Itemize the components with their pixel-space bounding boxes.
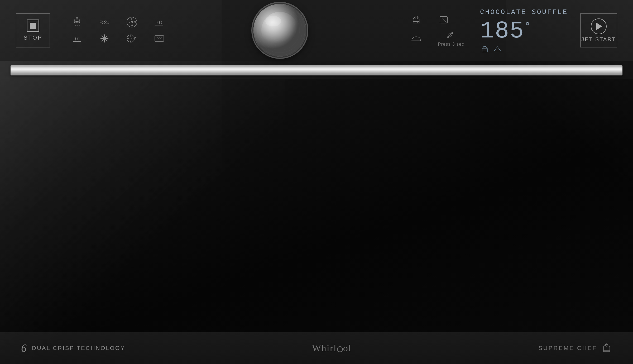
right-cooking-icons: Press 3 sec <box>410 14 464 47</box>
steam-icon[interactable] <box>154 16 165 28</box>
handle-bar[interactable] <box>11 65 622 75</box>
glass-door <box>0 79 633 332</box>
lock-icon <box>480 45 490 52</box>
defrost-icon[interactable] <box>99 33 110 44</box>
six-badge: 6 <box>21 342 27 355</box>
temperature-value: 185 <box>480 18 524 45</box>
svg-point-10 <box>130 38 131 39</box>
fan-icon[interactable] <box>126 16 138 28</box>
micro-grill-icon[interactable] <box>154 33 165 44</box>
supreme-chef-label: SUPREME CHEF <box>538 345 597 352</box>
svg-point-17 <box>269 20 290 41</box>
supreme-chef-icon <box>601 343 612 353</box>
temperature-knob[interactable] <box>253 4 306 57</box>
oven-body: STOP <box>0 0 633 364</box>
knob-container <box>165 4 395 57</box>
jet-start-icon <box>591 18 607 34</box>
dual-crisp-label: DUAL CRISP TECHNOLOGY <box>32 345 125 352</box>
toast-icon[interactable] <box>438 14 449 26</box>
degree-symbol: ° <box>524 21 531 32</box>
bottom-center: Whirlol <box>312 343 352 354</box>
svg-point-2 <box>131 21 133 23</box>
svg-point-16 <box>264 15 296 46</box>
stop-icon <box>27 20 39 32</box>
right-row-2: Press 3 sec <box>410 30 464 47</box>
stop-button[interactable]: STOP <box>16 13 50 47</box>
eco-icon-group[interactable]: Press 3 sec <box>438 30 464 47</box>
bottom-heat-icon[interactable] <box>71 33 83 44</box>
play-triangle <box>596 23 602 30</box>
svg-point-12 <box>253 4 306 57</box>
temperature-display: 185° <box>480 19 570 43</box>
jet-start-label: JET START <box>581 36 616 42</box>
bottom-strip: 6 DUAL CRISP TECHNOLOGY Whirlol SUPREME … <box>0 332 633 364</box>
whirlpool-logo: Whirlol <box>312 343 352 354</box>
recipe-name: CHOCOLATE SOUFFLE <box>480 8 570 16</box>
door-reflection <box>0 79 285 332</box>
bottom-left: 6 DUAL CRISP TECHNOLOGY <box>21 342 125 355</box>
svg-rect-11 <box>155 36 164 41</box>
convection-fan-icon[interactable] <box>71 16 83 28</box>
bake-icon[interactable] <box>410 33 422 44</box>
cooking-modes-left <box>71 16 165 44</box>
stop-label: STOP <box>23 34 42 41</box>
press-3sec-label: Press 3 sec <box>438 42 464 47</box>
svg-point-18 <box>265 16 281 26</box>
display-icons-row <box>480 45 570 52</box>
pizza-icon[interactable] <box>126 33 138 44</box>
display-area: CHOCOLATE SOUFFLE 185° <box>480 8 570 52</box>
svg-point-27 <box>605 344 608 346</box>
svg-rect-20 <box>413 21 419 23</box>
svg-rect-26 <box>482 48 487 52</box>
svg-point-0 <box>76 21 78 23</box>
modes-row-1 <box>71 16 165 28</box>
svg-line-24 <box>440 16 448 23</box>
svg-point-19 <box>415 16 418 19</box>
svg-rect-28 <box>603 350 610 352</box>
chef-hat-icon[interactable] <box>410 14 422 26</box>
jet-start-button[interactable]: JET START <box>580 13 617 47</box>
triangle-icon <box>493 45 502 52</box>
modes-row-2 <box>71 33 165 44</box>
bottom-right: SUPREME CHEF <box>538 343 612 353</box>
stop-square <box>30 23 36 29</box>
svg-point-9 <box>127 35 135 42</box>
right-row-1 <box>410 14 464 26</box>
control-panel: STOP <box>0 0 633 61</box>
grill-icon[interactable] <box>99 16 110 28</box>
svg-point-1 <box>127 17 137 27</box>
